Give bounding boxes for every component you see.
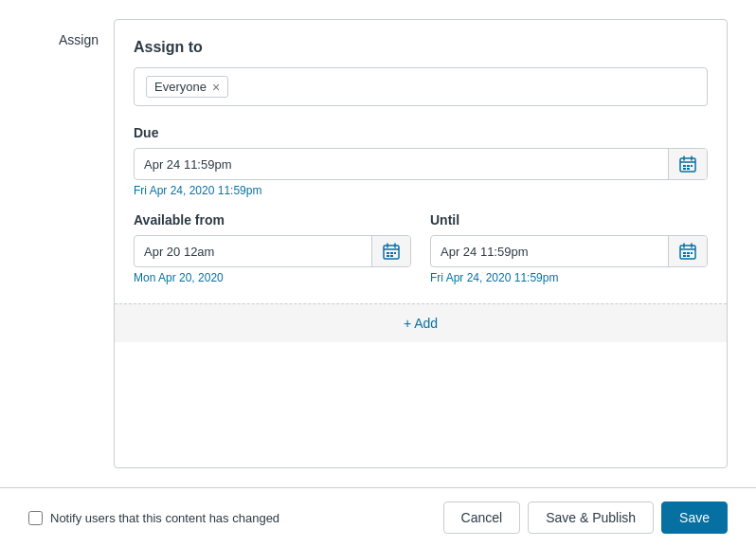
notify-checkbox[interactable] bbox=[28, 511, 43, 525]
assign-to-title: Assign to bbox=[134, 39, 708, 56]
assign-card: Assign to Everyone × Due Apr 24 11:59pm bbox=[114, 19, 728, 468]
assignee-tag-label: Everyone bbox=[154, 80, 207, 94]
assignee-tag-close[interactable]: × bbox=[212, 81, 220, 94]
avail-from-calendar-button[interactable] bbox=[371, 236, 410, 266]
avail-from-hint: Mon Apr 20, 2020 bbox=[134, 271, 411, 284]
svg-rect-16 bbox=[387, 255, 389, 257]
due-date-hint: Fri Apr 24, 2020 11:59pm bbox=[134, 184, 708, 197]
save-button[interactable]: Save bbox=[661, 501, 728, 534]
due-label: Due bbox=[134, 125, 708, 140]
svg-rect-26 bbox=[687, 255, 690, 257]
until-hint: Fri Apr 24, 2020 11:59pm bbox=[430, 271, 708, 284]
svg-rect-17 bbox=[390, 255, 393, 257]
avail-from-value[interactable]: Apr 20 12am bbox=[135, 237, 371, 266]
assignee-tag[interactable]: Everyone × bbox=[146, 76, 228, 98]
button-group: Cancel Save & Publish Save bbox=[443, 501, 728, 534]
assign-to-box[interactable]: Everyone × bbox=[134, 67, 708, 106]
svg-rect-8 bbox=[687, 168, 690, 170]
svg-rect-14 bbox=[390, 252, 393, 254]
due-date-value[interactable]: Apr 24 11:59pm bbox=[135, 150, 668, 179]
availability-row: Available from Apr 20 12am bbox=[134, 212, 708, 284]
until-value[interactable]: Apr 24 11:59pm bbox=[431, 237, 668, 266]
add-label: + Add bbox=[404, 316, 438, 331]
assign-label: Assign bbox=[28, 19, 114, 468]
footer: Notify users that this content has chang… bbox=[0, 487, 756, 547]
add-button[interactable]: + Add bbox=[115, 303, 727, 342]
avail-from-input-row[interactable]: Apr 20 12am bbox=[134, 235, 411, 267]
due-calendar-button[interactable] bbox=[668, 149, 707, 179]
svg-rect-7 bbox=[683, 168, 686, 170]
cancel-button[interactable]: Cancel bbox=[443, 501, 521, 534]
notify-label: Notify users that this content has chang… bbox=[50, 511, 279, 525]
svg-rect-6 bbox=[691, 165, 693, 167]
svg-rect-15 bbox=[394, 252, 396, 254]
svg-rect-25 bbox=[683, 255, 686, 257]
calendar-icon-avail bbox=[382, 242, 401, 261]
due-section: Due Apr 24 11:59pm bbox=[134, 125, 708, 197]
calendar-icon bbox=[678, 155, 697, 173]
until-col: Until Apr 24 11:59pm bbox=[430, 212, 708, 284]
svg-rect-22 bbox=[683, 252, 686, 254]
due-date-input-row[interactable]: Apr 24 11:59pm bbox=[134, 148, 708, 180]
svg-rect-23 bbox=[687, 252, 690, 254]
svg-rect-13 bbox=[387, 252, 389, 254]
avail-from-col: Available from Apr 20 12am bbox=[134, 212, 411, 284]
notify-row: Notify users that this content has chang… bbox=[28, 511, 279, 525]
calendar-icon-until bbox=[678, 242, 697, 261]
until-calendar-button[interactable] bbox=[668, 236, 707, 266]
until-label: Until bbox=[430, 212, 708, 228]
save-publish-button[interactable]: Save & Publish bbox=[528, 501, 654, 534]
svg-rect-5 bbox=[687, 165, 690, 167]
avail-from-label: Available from bbox=[134, 212, 411, 228]
until-input-row[interactable]: Apr 24 11:59pm bbox=[430, 235, 708, 267]
svg-rect-24 bbox=[691, 252, 693, 254]
svg-rect-4 bbox=[683, 165, 686, 167]
